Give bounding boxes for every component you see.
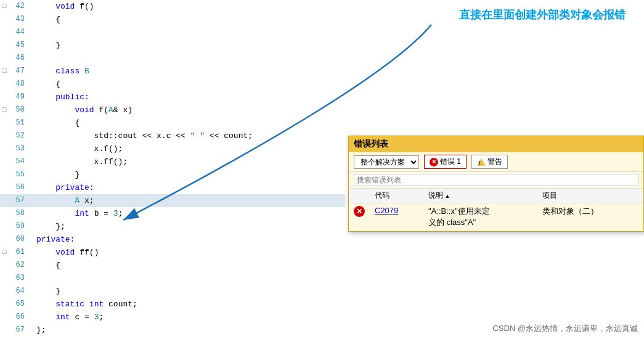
error-code-1[interactable]: C2079 [370, 203, 423, 231]
content-66: int c = 3; [34, 311, 345, 324]
content-64: } [34, 285, 345, 298]
linenum-46: 46 [9, 52, 27, 65]
linenum-61: 61 [9, 246, 27, 259]
gutter-50: □ 50 [0, 104, 34, 116]
content-54: x.ff(); [34, 155, 345, 168]
error-x-icon: ✕ [430, 158, 438, 166]
linenum-45: 45 [9, 39, 27, 52]
code-line-51: 51 { [0, 116, 345, 129]
linenum-55: 55 [9, 168, 27, 181]
expand-47[interactable]: □ [0, 65, 9, 78]
gutter-62: 62 [0, 259, 34, 272]
content-53: x.f(); [34, 142, 345, 155]
linenum-57: 57 [9, 194, 27, 207]
content-52: std::cout << x.c << " " << count; [34, 129, 345, 142]
linenum-65: 65 [9, 298, 27, 311]
linenum-64: 64 [9, 285, 27, 298]
code-line-61: □ 61 void ff() [0, 246, 345, 259]
cn-annotation: 直接在里面创建外部类对象会报错 [459, 7, 626, 22]
code-line-49: 49 public: [0, 91, 345, 104]
gutter-48: 48 [0, 78, 34, 91]
code-line-47: □ 47 class B [0, 65, 345, 78]
code-line-42: □ 42 void f() [0, 0, 345, 13]
col-icon [349, 189, 370, 203]
content-45: } [34, 39, 345, 52]
code-line-53: 53 x.f(); [0, 142, 345, 155]
linenum-42: 42 [9, 0, 27, 13]
content-60: private: [34, 233, 345, 246]
content-47: class B [34, 65, 345, 78]
gutter-54: 54 [0, 155, 34, 168]
code-line-48: 48 { [0, 78, 345, 91]
gutter-57: 57 [0, 194, 34, 207]
linenum-66: 66 [9, 311, 27, 324]
linenum-54: 54 [9, 155, 27, 168]
linenum-51: 51 [9, 116, 27, 129]
gutter-56: 56 [0, 181, 34, 194]
code-line-64: 64 } [0, 285, 345, 298]
linenum-59: 59 [9, 220, 27, 233]
error-search [349, 172, 643, 189]
linenum-53: 53 [9, 142, 27, 155]
content-57: A x; [34, 194, 345, 207]
error-row-1: ✕ C2079 "A::B::x"使用未定义的 class"A" 类和对象（二） [349, 203, 643, 231]
code-line-54: 54 x.ff(); [0, 155, 345, 168]
content-67: }; [34, 324, 345, 337]
gutter-64: 64 [0, 285, 34, 298]
error-desc-1: "A::B::x"使用未定义的 class"A" [423, 203, 537, 231]
code-line-58: 58 int b = 3; [0, 207, 345, 220]
gutter-67: 67 [0, 324, 34, 337]
content-42: void f() [34, 0, 345, 13]
scope-select[interactable]: 整个解决方案 [354, 155, 419, 169]
content-59: }; [34, 220, 345, 233]
main-container: □ 42 void f() 43 { [0, 0, 644, 339]
code-line-43: 43 { [0, 13, 345, 26]
code-line-56: 56 private: [0, 181, 345, 194]
error-table: 代码 说明 项目 ✕ C2079 "A::B::x"使用未定义的 class"A… [349, 189, 643, 231]
error-project-1: 类和对象（二） [537, 203, 643, 231]
content-49: public: [34, 91, 345, 104]
error-panel-title: 错误列表 [349, 136, 643, 152]
gutter-45: 45 [0, 39, 34, 52]
code-line-52: 52 std::cout << x.c << " " << count; [0, 129, 345, 142]
linenum-48: 48 [9, 78, 27, 91]
warning-triangle-icon [477, 158, 486, 166]
gutter-65: 65 [0, 298, 34, 311]
code-lines: □ 42 void f() 43 { [0, 0, 345, 339]
linenum-50: 50 [9, 104, 27, 116]
gutter-63: 63 [0, 272, 34, 285]
gutter-60: 60 [0, 233, 34, 246]
linenum-43: 43 [9, 13, 27, 26]
error-badge: ✕ 错误 1 [424, 155, 467, 169]
content-65: static int count; [34, 298, 345, 311]
error-panel-toolbar: 整个解决方案 ✕ 错误 1 警告 [349, 152, 643, 172]
gutter-47: □ 47 [0, 65, 34, 78]
linenum-47: 47 [9, 65, 27, 78]
linenum-52: 52 [9, 129, 27, 142]
expand-50[interactable]: □ [0, 104, 9, 116]
content-48: { [34, 78, 345, 91]
content-62: { [34, 259, 345, 272]
gutter-42: □ 42 [0, 0, 34, 13]
linenum-44: 44 [9, 26, 27, 39]
csdn-watermark: CSDN @永远热情，永远谦卑，永远真诚 [492, 323, 638, 334]
linenum-56: 56 [9, 181, 27, 194]
code-line-50: □ 50 void f(A& x) [0, 104, 345, 116]
linenum-49: 49 [9, 91, 27, 104]
error-panel: 错误列表 整个解决方案 ✕ 错误 1 警告 代码 说明 [348, 136, 644, 232]
code-line-60: 60 private: [0, 233, 345, 246]
gutter-43: 43 [0, 13, 34, 26]
warning-label: 警告 [487, 157, 502, 167]
content-51: { [34, 116, 345, 129]
gutter-51: 51 [0, 116, 34, 129]
expand-42[interactable]: □ [0, 0, 9, 13]
error-search-input[interactable] [354, 174, 638, 186]
code-line-62: 62 { [0, 259, 345, 272]
code-line-45: 45 } [0, 39, 345, 52]
gutter-46: 46 [0, 52, 34, 65]
expand-61[interactable]: □ [0, 246, 9, 259]
error-table-header: 代码 说明 项目 [349, 189, 643, 203]
linenum-63: 63 [9, 272, 27, 285]
gutter-44: 44 [0, 26, 34, 39]
gutter-52: 52 [0, 129, 34, 142]
